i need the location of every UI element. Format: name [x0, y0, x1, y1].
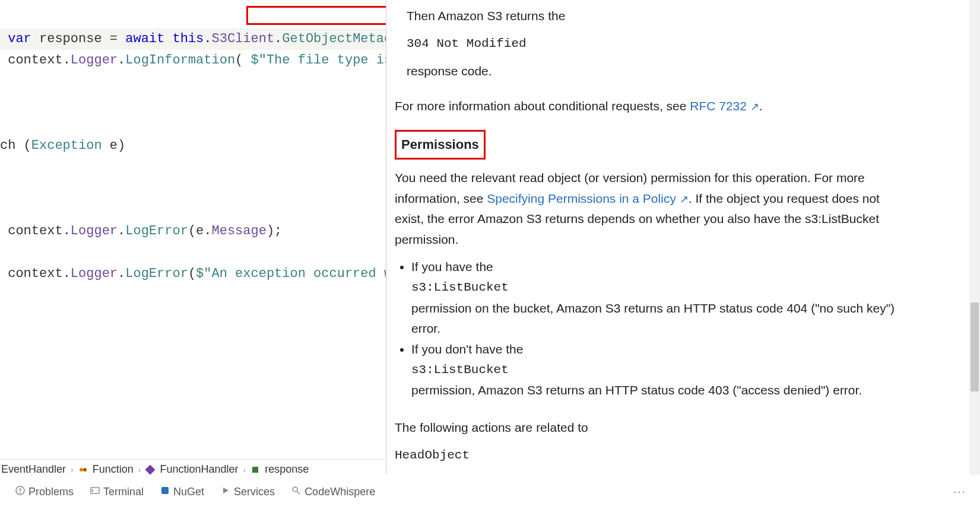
- breadcrumb-item[interactable]: response: [265, 463, 309, 476]
- doc-response-code: response code.: [407, 61, 896, 82]
- member-s3client: S3Client: [211, 31, 274, 46]
- method-icon: [145, 465, 155, 474]
- chevron-right-icon: ›: [71, 465, 74, 474]
- warning-icon: [15, 486, 25, 498]
- documentation-popup[interactable]: Then Amazon S3 returns the 304 Not Modif…: [386, 0, 902, 474]
- breadcrumb-item[interactable]: EventHandler: [1, 463, 66, 476]
- svg-rect-7: [91, 488, 99, 493]
- code-line-2[interactable]: context.Logger.LogInformation( $"The fil…: [0, 50, 386, 71]
- external-link-icon: ↗: [750, 101, 759, 113]
- doc-then-s3: Then Amazon S3 returns the: [407, 6, 896, 27]
- doc-related-para: The following actions are related to: [395, 418, 896, 438]
- code-line-logerror-2[interactable]: context.Logger.LogError($"An exception o…: [0, 263, 386, 285]
- code-editor[interactable]: var response = await this.S3Client.GetOb…: [0, 0, 386, 433]
- permissions-heading: Permissions: [395, 130, 486, 160]
- keyword-this: this: [172, 31, 204, 46]
- svg-point-6: [20, 492, 21, 493]
- svg-rect-8: [161, 487, 169, 494]
- svg-rect-2: [145, 465, 155, 474]
- code-line-1[interactable]: var response = await this.S3Client.GetOb…: [0, 28, 386, 50]
- code-s3listbucket: s3:ListBucket: [411, 278, 896, 298]
- svg-point-10: [293, 487, 297, 492]
- class-icon: [78, 465, 88, 474]
- chevron-right-icon: ›: [243, 465, 246, 474]
- doc-304-code: 304 Not Modified: [407, 34, 896, 55]
- svg-line-11: [297, 491, 300, 494]
- search-icon: [291, 486, 301, 498]
- code-line-blank-2[interactable]: [0, 178, 386, 199]
- problems-tab[interactable]: Problems: [15, 486, 74, 498]
- terminal-icon: [90, 486, 100, 498]
- permissions-list: If you have the s3:ListBucket permission…: [411, 257, 896, 400]
- svg-rect-3: [252, 467, 258, 473]
- variable-icon: [250, 465, 260, 474]
- doc-headobject: HeadObject: [395, 445, 896, 466]
- keyword-var: var: [8, 31, 31, 46]
- code-line-catch[interactable]: ch (Exception e): [0, 135, 386, 157]
- svg-marker-9: [223, 488, 229, 493]
- svg-point-0: [80, 468, 83, 472]
- play-icon: [221, 486, 230, 498]
- doc-conditional-para: For more information about conditional r…: [395, 96, 896, 117]
- codewhisperer-tab[interactable]: CodeWhispere: [291, 486, 375, 498]
- vertical-scrollbar[interactable]: [969, 0, 980, 474]
- services-tab[interactable]: Services: [221, 486, 275, 498]
- scrollbar-thumb[interactable]: [971, 302, 979, 391]
- list-item: If you have the s3:ListBucket permission…: [411, 257, 896, 339]
- permissions-policy-link[interactable]: Specifying Permissions in a Policy ↗: [487, 192, 688, 205]
- breadcrumb-item[interactable]: FunctionHandler: [160, 463, 238, 476]
- svg-point-1: [83, 468, 87, 472]
- nuget-tab[interactable]: NuGet: [160, 486, 204, 498]
- code-line-logerror-1[interactable]: context.Logger.LogError(e.Message);: [0, 221, 386, 242]
- breadcrumb: EventHandler › Function › FunctionHandle…: [0, 459, 386, 479]
- code-line-blank-4[interactable]: [0, 349, 386, 370]
- code-line-blank-1[interactable]: [0, 93, 386, 114]
- ident-response: response: [39, 31, 102, 46]
- keyword-await: await: [125, 31, 164, 46]
- external-link-icon: ↗: [680, 193, 689, 205]
- doc-permissions-para: You need the relevant read object (or ve…: [395, 168, 896, 250]
- rfc-7232-link[interactable]: RFC 7232 ↗: [690, 99, 759, 113]
- breadcrumb-item[interactable]: Function: [93, 463, 134, 476]
- list-item: If you don't have the s3:ListBucket perm…: [411, 339, 896, 401]
- method-getobjectmetadata: GetObjectMetadataAsync: [282, 31, 386, 46]
- code-line-blank-5[interactable]: [0, 391, 386, 413]
- code-line-blank-3[interactable]: [0, 306, 386, 327]
- chevron-right-icon: ›: [138, 465, 141, 474]
- code-s3listbucket: s3:ListBucket: [411, 360, 896, 381]
- bottom-toolbar: Problems Terminal NuGet Services CodeWhi…: [0, 482, 980, 502]
- nuget-icon: [160, 486, 170, 498]
- terminal-tab[interactable]: Terminal: [90, 486, 144, 498]
